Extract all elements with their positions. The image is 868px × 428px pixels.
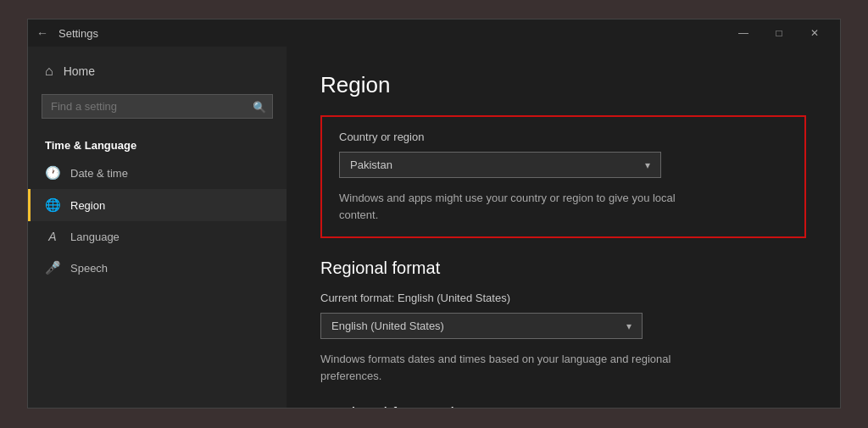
regional-format-dropdown-value: English (United States): [331, 320, 444, 332]
search-icon: 🔍: [253, 100, 266, 113]
content-area: ⌂ Home 🔍 Time & Language 🕐 Date & time 🌐…: [28, 47, 840, 408]
country-section-description: Windows and apps might use your country …: [339, 190, 695, 223]
close-button[interactable]: ✕: [798, 19, 832, 47]
sidebar-item-region[interactable]: 🌐 Region: [28, 189, 287, 221]
microphone-icon: 🎤: [45, 260, 60, 275]
regional-format-data-title: Regional format data: [320, 404, 806, 408]
chevron-down-icon: ▾: [645, 159, 650, 171]
current-format-label: Current format: English (United States): [320, 292, 806, 304]
back-button[interactable]: ←: [36, 26, 48, 40]
sidebar: ⌂ Home 🔍 Time & Language 🕐 Date & time 🌐…: [28, 47, 287, 408]
country-region-section: Country or region Pakistan ▾ Windows and…: [320, 115, 806, 238]
country-section-label: Country or region: [339, 131, 787, 143]
settings-window: ← Settings — □ ✕ ⌂ Home 🔍 Time & Languag…: [27, 19, 841, 409]
sidebar-item-label: Language: [70, 231, 120, 243]
language-icon: A: [45, 230, 60, 243]
sidebar-section-label: Time & Language: [28, 131, 287, 157]
page-title: Region: [320, 72, 806, 98]
home-label: Home: [64, 64, 95, 78]
sidebar-item-label: Speech: [70, 262, 108, 275]
sidebar-item-date-time[interactable]: 🕐 Date & time: [28, 157, 287, 189]
titlebar: ← Settings — □ ✕: [28, 19, 840, 47]
chevron-down-icon-2: ▾: [626, 320, 632, 332]
clock-icon: 🕐: [45, 165, 60, 181]
home-icon: ⌂: [45, 64, 53, 79]
globe-icon: 🌐: [45, 197, 60, 213]
minimize-button[interactable]: —: [726, 19, 760, 47]
regional-format-description: Windows formats dates and times based on…: [320, 351, 676, 384]
maximize-button[interactable]: □: [762, 19, 796, 47]
window-title: Settings: [58, 27, 98, 40]
regional-format-dropdown[interactable]: English (United States) ▾: [320, 313, 643, 339]
sidebar-item-speech[interactable]: 🎤 Speech: [28, 252, 287, 284]
country-dropdown[interactable]: Pakistan ▾: [339, 152, 661, 178]
main-content: Region Country or region Pakistan ▾ Wind…: [287, 47, 840, 408]
search-input[interactable]: [42, 94, 273, 119]
sidebar-item-label: Date & time: [70, 167, 128, 180]
country-dropdown-value: Pakistan: [350, 158, 392, 171]
window-controls: — □ ✕: [726, 19, 832, 47]
sidebar-item-label: Region: [70, 199, 105, 212]
regional-format-title: Regional format: [320, 258, 806, 278]
sidebar-item-home[interactable]: ⌂ Home: [28, 55, 287, 87]
search-box: 🔍: [42, 94, 273, 119]
sidebar-item-language[interactable]: A Language: [28, 221, 287, 252]
